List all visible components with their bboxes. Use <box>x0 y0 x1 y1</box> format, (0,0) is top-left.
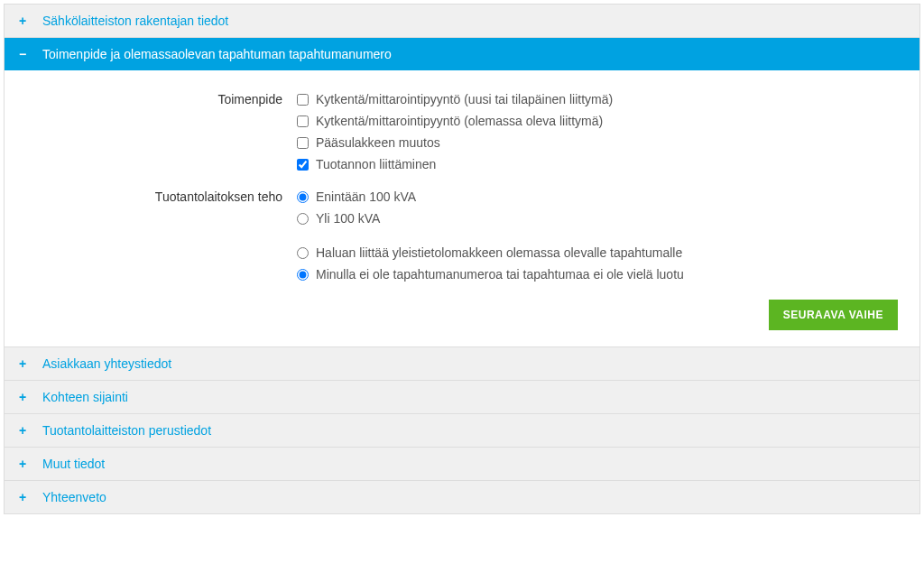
panel-title-location: Kohteen sijainti <box>42 390 128 404</box>
panel-title-plant: Tuotantolaitteiston perustiedot <box>42 423 211 438</box>
panel-other: + Muut tiedot <box>5 448 919 481</box>
panel-summary: + Yhteenveto <box>5 481 919 513</box>
option-toimenpide-2[interactable]: Kytkentä/mittarointipyyntö (olemassa ole… <box>297 114 898 128</box>
panel-header-summary[interactable]: + Yhteenveto <box>5 481 919 513</box>
option-teho-1[interactable]: Enintään 100 kVA <box>297 189 898 204</box>
option-tapahtuma-1-label: Haluan liittää yleistietolomakkeen olema… <box>316 245 682 260</box>
checkbox-toimenpide-1[interactable] <box>297 94 309 106</box>
panel-contact: + Asiakkaan yhteystiedot <box>5 347 919 381</box>
option-toimenpide-3[interactable]: Pääsulakkeen muutos <box>297 135 898 150</box>
panel-header-plant[interactable]: + Tuotantolaitteiston perustiedot <box>5 414 919 447</box>
plus-icon: + <box>19 424 33 437</box>
radio-teho-1[interactable] <box>297 191 309 203</box>
panel-procedure: − Toimenpide ja olemassaolevan tapahtuma… <box>5 38 919 347</box>
option-tapahtuma-2[interactable]: Minulla ei ole tapahtumanumeroa tai tapa… <box>297 267 898 282</box>
row-toimenpide: Toimenpide Kytkentä/mittarointipyyntö (u… <box>26 92 898 171</box>
option-toimenpide-1[interactable]: Kytkentä/mittarointipyyntö (uusi tai til… <box>297 92 898 106</box>
panel-location: + Kohteen sijainti <box>5 381 919 414</box>
radio-teho-2[interactable] <box>297 213 309 225</box>
radio-tapahtuma-1[interactable] <box>297 247 309 259</box>
minus-icon: − <box>19 48 33 60</box>
plus-icon: + <box>19 457 33 470</box>
accordion: + Sähkölaitteiston rakentajan tiedot − T… <box>4 4 920 514</box>
label-toimenpide: Toimenpide <box>26 92 297 171</box>
radio-tapahtuma-2[interactable] <box>297 269 309 281</box>
checkbox-toimenpide-4[interactable] <box>297 159 309 171</box>
checkbox-toimenpide-2[interactable] <box>297 115 309 127</box>
panel-header-procedure[interactable]: − Toimenpide ja olemassaolevan tapahtuma… <box>5 38 919 70</box>
option-tapahtuma-2-label: Minulla ei ole tapahtumanumeroa tai tapa… <box>316 267 684 282</box>
row-teho: Tuotantolaitoksen teho Enintään 100 kVA … <box>26 189 898 282</box>
plus-icon: + <box>19 491 33 503</box>
panel-plant: + Tuotantolaitteiston perustiedot <box>5 414 919 448</box>
panel-builder: + Sähkölaitteiston rakentajan tiedot <box>5 5 919 38</box>
actions-row: SEURAAVA VAIHE <box>26 300 898 330</box>
next-button[interactable]: SEURAAVA VAIHE <box>769 300 898 330</box>
panel-body-procedure: Toimenpide Kytkentä/mittarointipyyntö (u… <box>5 70 919 346</box>
plus-icon: + <box>19 14 33 27</box>
panel-header-location[interactable]: + Kohteen sijainti <box>5 381 919 413</box>
option-toimenpide-1-label: Kytkentä/mittarointipyyntö (uusi tai til… <box>316 92 613 106</box>
panel-title-other: Muut tiedot <box>42 457 105 471</box>
plus-icon: + <box>19 391 33 403</box>
panel-title-contact: Asiakkaan yhteystiedot <box>42 356 171 371</box>
options-toimenpide: Kytkentä/mittarointipyyntö (uusi tai til… <box>297 92 898 171</box>
option-teho-1-label: Enintään 100 kVA <box>316 189 416 204</box>
panel-title-builder: Sähkölaitteiston rakentajan tiedot <box>42 14 228 28</box>
panel-header-builder[interactable]: + Sähkölaitteiston rakentajan tiedot <box>5 5 919 37</box>
checkbox-toimenpide-3[interactable] <box>297 137 309 149</box>
option-tapahtuma-1[interactable]: Haluan liittää yleistietolomakkeen olema… <box>297 245 898 260</box>
label-teho: Tuotantolaitoksen teho <box>26 189 297 282</box>
option-toimenpide-2-label: Kytkentä/mittarointipyyntö (olemassa ole… <box>316 114 603 128</box>
panel-header-other[interactable]: + Muut tiedot <box>5 448 919 480</box>
panel-title-summary: Yhteenveto <box>42 490 106 504</box>
panel-header-contact[interactable]: + Asiakkaan yhteystiedot <box>5 347 919 380</box>
panel-title-procedure: Toimenpide ja olemassaolevan tapahtuman … <box>42 47 392 61</box>
option-teho-2-label: Yli 100 kVA <box>316 211 380 226</box>
options-teho: Enintään 100 kVA Yli 100 kVA Haluan liit… <box>297 189 898 282</box>
plus-icon: + <box>19 357 33 370</box>
option-toimenpide-4-label: Tuotannon liittäminen <box>316 157 436 171</box>
option-teho-2[interactable]: Yli 100 kVA <box>297 211 898 226</box>
option-toimenpide-4[interactable]: Tuotannon liittäminen <box>297 157 898 171</box>
option-toimenpide-3-label: Pääsulakkeen muutos <box>316 135 440 150</box>
